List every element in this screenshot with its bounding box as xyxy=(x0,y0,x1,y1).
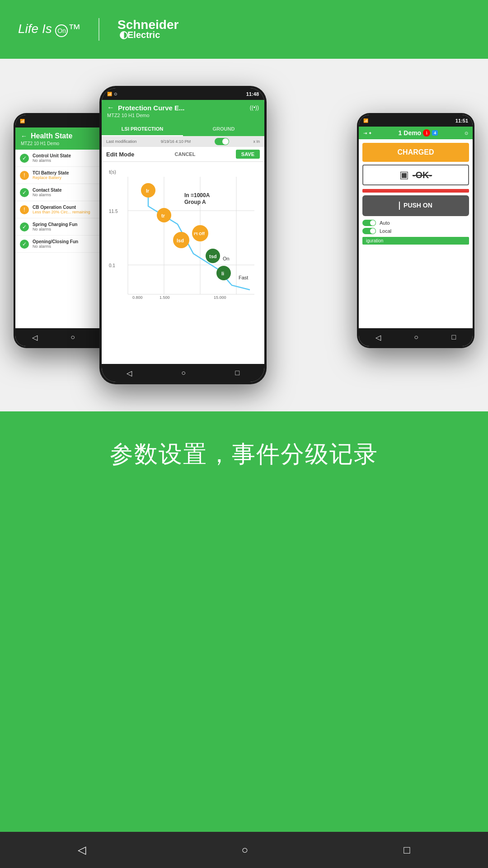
health-item-control-unit-text: Control Unit State No alarms xyxy=(33,153,71,163)
center-tabs: LSI PROTECTION GROUND xyxy=(102,123,264,136)
wifi-icon: 📶 xyxy=(20,119,25,123)
center-bt-icon: ⊙ xyxy=(114,92,117,96)
right-title-row: 1 Demo 1 4 xyxy=(399,129,438,137)
node-ir-label: Ir xyxy=(146,188,150,193)
android-back[interactable]: ◁ xyxy=(78,844,86,856)
node-tsd-label: tsd xyxy=(209,254,217,259)
red-indicator xyxy=(362,189,469,193)
modification-bar: Last modification 9/19/16 4:10 PM x In xyxy=(102,136,264,147)
node-tr-label: tr xyxy=(161,213,165,218)
center-signal-icon: 📶 xyxy=(107,92,112,96)
last-mod-label: Last modification xyxy=(106,139,137,144)
on-circle: On xyxy=(55,24,68,37)
auto-label: Auto xyxy=(380,220,390,226)
life-is-on-text: Life Is On™ xyxy=(18,22,80,37)
spring-sub: No alarms xyxy=(33,227,77,231)
center-screen-title: Protection Curve E... xyxy=(118,104,246,112)
center-back-row: ← Protection Curve E... ((•)) xyxy=(107,104,259,112)
android-recents[interactable]: □ xyxy=(404,844,410,856)
center-recents-nav[interactable]: □ xyxy=(235,369,240,377)
center-nav-bar: ◁ ○ □ xyxy=(102,364,264,382)
node-li-label: li xyxy=(221,271,224,276)
health-item-contact-text: Contact State No alarms xyxy=(33,188,61,197)
tab-ground[interactable]: GROUND xyxy=(183,123,264,136)
home-nav-icon[interactable]: ○ xyxy=(70,333,75,341)
control-unit-title: Control Unit State xyxy=(33,153,71,158)
left-status-icons: 📶 xyxy=(20,119,25,123)
center-status-left: 📶 ⊙ xyxy=(107,92,117,96)
right-recents-nav[interactable]: □ xyxy=(452,333,456,341)
warn-icon-battery: ! xyxy=(20,171,29,180)
ok-indicator: ▣ ‐OK‐ xyxy=(362,165,469,185)
right-title: 1 Demo xyxy=(399,129,422,137)
center-phone-screen: 📶 ⊙ 11:48 ← Protection Curve E... ((•)) … xyxy=(102,88,264,382)
android-nav-bar: ◁ ○ □ xyxy=(0,832,488,868)
cancel-button[interactable]: CANCEL xyxy=(175,151,196,157)
health-item-spring-text: Spring Charging Fun No alarms xyxy=(33,222,77,231)
right-icon-bar: ⇥ ✦ xyxy=(363,131,372,136)
protection-chart: t(s) 11.5 0.1 0.800 1.500 15.000 xyxy=(102,162,264,311)
back-nav-icon[interactable]: ◁ xyxy=(32,333,38,342)
warn-icon-cb: ! xyxy=(20,205,29,214)
green-spacer xyxy=(0,488,488,805)
fast-label: Fast xyxy=(239,275,248,280)
right-home-nav[interactable]: ○ xyxy=(414,333,418,341)
right-screen-header: ⇥ ✦ 1 Demo 1 4 ⊙ xyxy=(359,127,473,139)
center-back-nav[interactable]: ◁ xyxy=(127,369,132,377)
left-screen-title: Health State xyxy=(31,132,72,140)
check-icon-green: ✓ xyxy=(20,154,29,163)
ok-label: ‐OK‐ xyxy=(413,170,432,180)
opening-title: Opening/Closing Fun xyxy=(33,239,78,244)
last-mod-value: 9/19/16 4:10 PM xyxy=(161,139,191,144)
chart-info-text: In =1000A xyxy=(184,192,210,198)
auto-toggle[interactable] xyxy=(362,220,376,226)
modification-toggle[interactable] xyxy=(215,138,229,145)
battery-title: TCI Battery State xyxy=(33,170,69,175)
charged-button[interactable]: CHARGED xyxy=(362,143,469,162)
contact-sub: No alarms xyxy=(33,193,61,197)
spring-title: Spring Charging Fun xyxy=(33,222,77,227)
right-status-icons: 📶 xyxy=(363,118,368,123)
right-header-row: ⇥ ✦ 1 Demo 1 4 ⊙ xyxy=(363,129,468,137)
right-phone: 📶 11:51 ⇥ ✦ 1 Demo 1 4 ⊙ CHARGED xyxy=(357,113,474,348)
x-val-2: 1.500 xyxy=(160,295,170,300)
local-toggle-row: Local xyxy=(362,227,469,235)
x-val-1: 0.800 xyxy=(132,295,143,300)
cassette-symbol: ▣ xyxy=(399,169,409,181)
right-content: CHARGED ▣ ‐OK‐ PUSH ON Auto xyxy=(359,139,473,248)
battery-sub: Replace Battery xyxy=(33,175,69,180)
center-screen-subtitle: MTZ2 10 H1 Demo xyxy=(107,113,259,118)
auto-toggle-row: Auto xyxy=(362,219,469,227)
toggle-label-x: x In xyxy=(253,139,260,144)
tab-lsi-protection[interactable]: LSI PROTECTION xyxy=(102,123,183,136)
push-on-button[interactable]: PUSH ON xyxy=(362,195,469,216)
save-button[interactable]: SAVE xyxy=(236,150,260,159)
schneider-logo-svg: Schneider Electric ◐ xyxy=(117,15,190,40)
center-screen-header: ← Protection Curve E... ((•)) MTZ2 10 H1… xyxy=(102,100,264,123)
left-back-arrow[interactable]: ← xyxy=(21,132,27,140)
cb-ops-sub: Less than 20% Circ... remaining xyxy=(33,210,90,214)
android-home[interactable]: ○ xyxy=(241,844,248,856)
main-caption: 参数设置，事件分级记录 xyxy=(18,439,470,470)
logo-divider xyxy=(99,18,99,41)
schneider-name: Schneider Electric ◐ xyxy=(117,15,190,43)
right-nav-bar: ◁ ○ □ xyxy=(359,328,473,346)
check-icon-opening: ✓ xyxy=(20,240,29,249)
y-axis-label: t(s) xyxy=(109,169,116,175)
center-status-bar: 📶 ⊙ 11:48 xyxy=(102,88,264,100)
local-label: Local xyxy=(380,228,391,234)
chart-svg: t(s) 11.5 0.1 0.800 1.500 15.000 xyxy=(105,165,259,306)
check-icon-contact: ✓ xyxy=(20,188,29,197)
right-back-nav[interactable]: ◁ xyxy=(375,333,381,342)
local-toggle[interactable] xyxy=(362,228,376,234)
center-back-arrow[interactable]: ← xyxy=(107,104,114,112)
badge-count: 4 xyxy=(432,130,438,136)
center-bt-status: ((•)) xyxy=(250,104,259,111)
right-bt-icon: ⊙ xyxy=(465,131,468,136)
edit-mode-bar: Edit Mode CANCEL SAVE xyxy=(102,147,264,162)
svg-text:◐: ◐ xyxy=(119,29,128,40)
center-home-nav[interactable]: ○ xyxy=(181,369,186,377)
config-bar[interactable]: iguration xyxy=(362,237,469,245)
check-icon-spring: ✓ xyxy=(20,222,29,231)
health-item-battery-text: TCI Battery State Replace Battery xyxy=(33,170,69,180)
